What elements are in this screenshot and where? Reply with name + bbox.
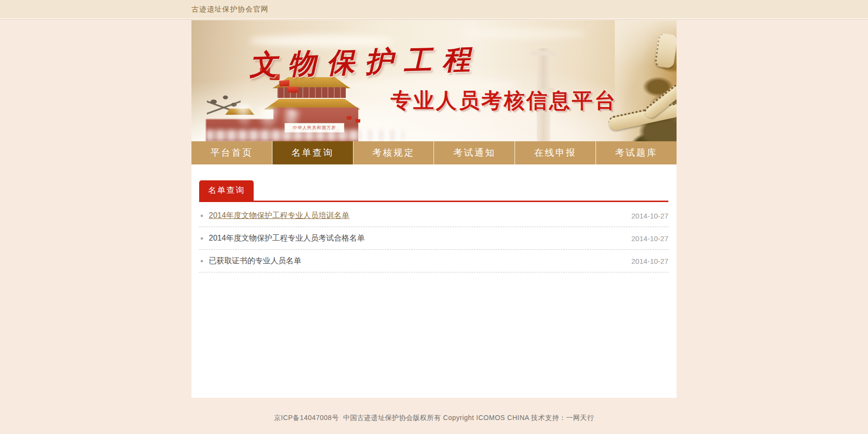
cloud-decoration [461, 29, 587, 39]
nav-item-home[interactable]: 平台首页 [191, 141, 272, 164]
footer: 京ICP备14047008号 中国古迹遗址保护协会版权所有 Copyright … [0, 398, 868, 422]
topbar-inner: 古迹遗址保护协会官网 [191, 0, 677, 18]
nav-item-regulations[interactable]: 考核规定 [353, 141, 434, 164]
gate-columns-illustration [277, 87, 346, 98]
sky-fade-overlay [615, 20, 677, 141]
page-container: 中华人民共和国万岁 文物保护工程 专业人员考核信息平台 平台首页 名单查询 考核… [191, 20, 677, 398]
list-item-date: 2014-10-27 [631, 212, 668, 220]
list-item-link[interactable]: 2014年度文物保护工程专业人员培训名单 [209, 211, 350, 221]
red-flag-icon [347, 116, 352, 120]
nav-item-exam-notice[interactable]: 考试通知 [434, 141, 515, 164]
nav-item-question-bank[interactable]: 考试题库 [596, 141, 677, 164]
banner-subtitle: 专业人员考核信息平台 [391, 87, 617, 115]
banner: 中华人民共和国万岁 文物保护工程 专业人员考核信息平台 [191, 20, 677, 141]
list-item-link[interactable]: 2014年度文物保护工程专业人员考试合格名单 [209, 233, 365, 244]
topbar: 古迹遗址保护协会官网 [0, 0, 868, 19]
site-title: 古迹遗址保护协会官网 [191, 5, 269, 14]
list-item-date: 2014-10-27 [631, 234, 668, 243]
section-heading-row: 名单查询 [199, 164, 668, 202]
main-nav: 平台首页 名单查询 考核规定 考试通知 在线申报 考试题库 [191, 141, 677, 164]
red-flag-icon [355, 119, 361, 122]
list-item-link[interactable]: 已获取证书的专业人员名单 [209, 256, 301, 266]
list-item: 已获取证书的专业人员名单 2014-10-27 [199, 250, 668, 272]
list-item-date: 2014-10-27 [631, 257, 668, 265]
great-wall-illustration [615, 20, 677, 141]
nav-item-online-apply[interactable]: 在线申报 [515, 141, 596, 164]
bullet-icon [201, 215, 203, 217]
section-tab: 名单查询 [199, 180, 254, 201]
footer-text: 京ICP备14047008号 中国古迹遗址保护协会版权所有 Copyright … [274, 414, 594, 421]
content-panel: 名单查询 2014年度文物保护工程专业人员培训名单 2014-10-27 201… [191, 164, 677, 398]
bullet-icon [201, 237, 203, 240]
news-list: 2014年度文物保护工程专业人员培训名单 2014-10-27 2014年度文物… [199, 204, 668, 272]
list-item: 2014年度文物保护工程专业人员培训名单 2014-10-27 [199, 204, 668, 227]
bullet-icon [201, 260, 203, 262]
red-flag-icon [288, 86, 299, 93]
crowd-blur-illustration [206, 130, 404, 141]
list-item: 2014年度文物保护工程专业人员考试合格名单 2014-10-27 [199, 227, 668, 250]
nav-item-list-query[interactable]: 名单查询 [272, 141, 353, 164]
banner-main-title: 文物保护工程 [249, 41, 481, 84]
